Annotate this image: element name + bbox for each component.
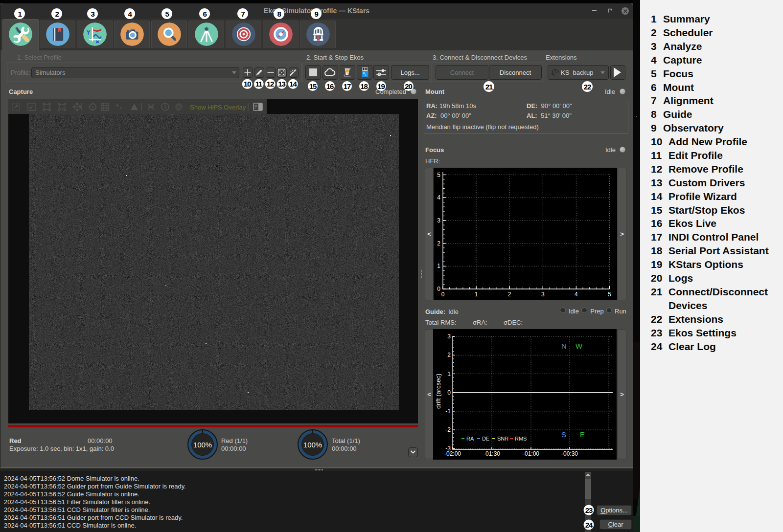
svg-text:4: 4 — [437, 194, 440, 201]
svg-text:RA: RA — [466, 436, 474, 442]
svg-text:5: 5 — [608, 291, 611, 298]
svg-text:1: 1 — [447, 371, 451, 377]
svg-text:2: 2 — [437, 240, 440, 247]
svg-text:N: N — [561, 342, 567, 350]
svg-text:-02:00: -02:00 — [444, 450, 461, 457]
svg-text:1: 1 — [437, 263, 440, 269]
svg-text:DE: DE — [482, 436, 489, 442]
svg-text:RMS: RMS — [515, 436, 527, 442]
svg-text:0: 0 — [437, 286, 440, 292]
svg-text:3: 3 — [437, 217, 440, 224]
svg-text:S: S — [561, 430, 566, 439]
svg-text:2: 2 — [447, 352, 451, 358]
svg-text:-01:30: -01:30 — [484, 450, 500, 457]
svg-text:-01:00: -01:00 — [523, 450, 539, 457]
svg-text:4: 4 — [575, 291, 578, 298]
svg-text:1: 1 — [475, 291, 478, 298]
svg-text:drift (arcsec): drift (arcsec) — [435, 374, 442, 409]
svg-text:0: 0 — [447, 389, 451, 396]
svg-text:SNR: SNR — [497, 436, 508, 442]
svg-text:0: 0 — [441, 291, 445, 298]
svg-text:-00:30: -00:30 — [561, 450, 578, 457]
svg-text:2: 2 — [508, 291, 511, 298]
svg-text:-2: -2 — [445, 426, 451, 433]
svg-text:3: 3 — [447, 333, 451, 340]
svg-text:W: W — [576, 342, 583, 350]
svg-text:E: E — [580, 430, 585, 439]
svg-text:5: 5 — [437, 172, 440, 178]
svg-text:-1: -1 — [445, 408, 451, 415]
svg-text:3: 3 — [541, 291, 545, 298]
